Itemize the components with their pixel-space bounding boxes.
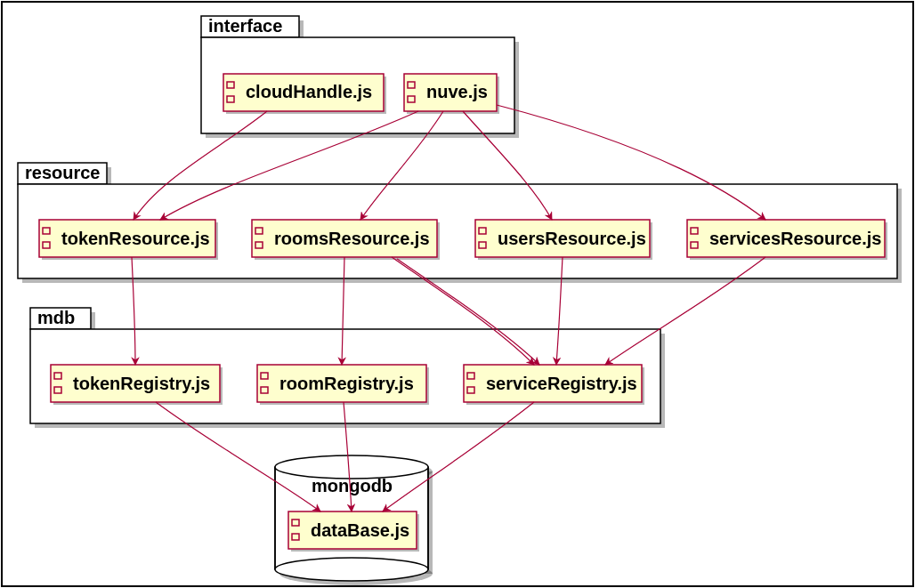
svg-rect-18 <box>479 228 486 234</box>
svg-rect-11 <box>43 242 50 248</box>
svg-rect-35 <box>467 387 474 393</box>
component-tokenRegistry: tokenRegistry.js <box>51 365 223 405</box>
package-mdb-label: mdb <box>37 308 75 327</box>
component-nuve-label: nuve.js <box>426 82 488 101</box>
svg-rect-27 <box>54 387 61 393</box>
component-usersResource-label: usersResource.js <box>498 229 646 248</box>
svg-rect-47 <box>292 534 299 540</box>
component-cloudHandle: cloudHandle.js <box>223 74 386 114</box>
component-nuve: nuve.js <box>404 74 499 114</box>
svg-point-42 <box>275 558 428 581</box>
component-tokenRegistry-label: tokenRegistry.js <box>73 374 210 393</box>
svg-rect-2 <box>227 82 234 88</box>
svg-rect-46 <box>292 520 299 526</box>
package-mongodb-label: mongodb <box>312 476 393 495</box>
svg-rect-23 <box>691 242 698 248</box>
svg-rect-14 <box>255 228 263 234</box>
component-roomsResource: roomsResource.js <box>252 220 440 260</box>
svg-rect-6 <box>408 82 415 88</box>
component-serviceRegistry: serviceRegistry.js <box>464 365 644 405</box>
component-servicesResource: servicesResource.js <box>687 220 887 260</box>
component-servicesResource-label: servicesResource.js <box>709 229 881 248</box>
component-tokenResource: tokenResource.js <box>39 220 218 260</box>
component-tokenResource-label: tokenResource.js <box>61 229 210 248</box>
svg-rect-34 <box>467 373 474 379</box>
package-mongodb: mongodb dataBase.js <box>275 455 433 585</box>
svg-rect-10 <box>43 228 50 234</box>
component-dataBase-label: dataBase.js <box>311 520 409 540</box>
svg-rect-30 <box>261 373 268 379</box>
svg-rect-22 <box>691 228 698 234</box>
svg-rect-19 <box>479 242 486 248</box>
package-mdb: mdb tokenRegistry.js roomRegistry.js <box>30 308 665 428</box>
component-roomRegistry-label: roomRegistry.js <box>279 374 414 393</box>
svg-rect-7 <box>408 96 415 102</box>
component-dataBase: dataBase.js <box>288 511 419 552</box>
svg-rect-3 <box>227 96 234 102</box>
package-interface-label: interface <box>208 16 282 36</box>
component-serviceRegistry-label: serviceRegistry.js <box>486 374 637 393</box>
component-usersResource: usersResource.js <box>475 220 652 260</box>
svg-rect-15 <box>255 242 263 248</box>
diagram-canvas: interface cloudHandle.js nuve.js <box>0 0 915 588</box>
package-resource-label: resource <box>25 163 101 182</box>
component-roomsResource-label: roomsResource.js <box>274 229 430 248</box>
package-resource: resource tokenResource.js roomsResource.… <box>18 163 902 283</box>
svg-rect-26 <box>54 373 61 379</box>
package-interface: interface cloudHandle.js nuve.js <box>201 16 519 138</box>
svg-rect-31 <box>261 387 268 393</box>
component-cloudHandle-label: cloudHandle.js <box>246 82 372 101</box>
component-roomRegistry: roomRegistry.js <box>257 365 429 405</box>
